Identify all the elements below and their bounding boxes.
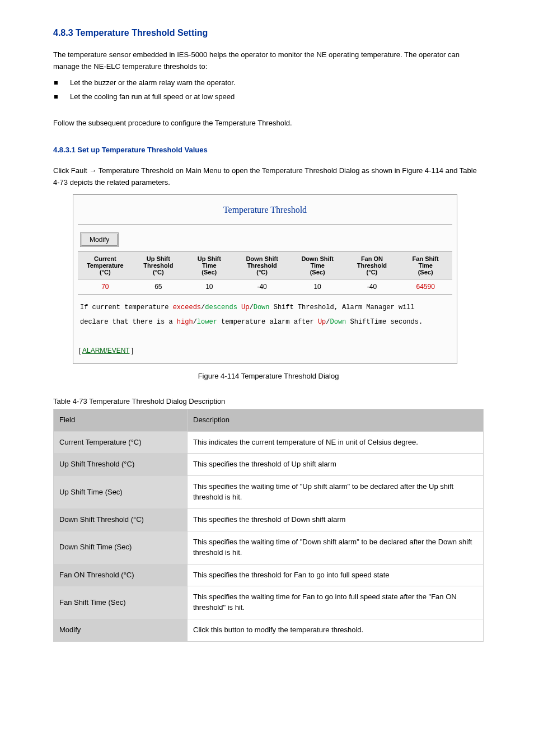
- alarm-event-link[interactable]: ALARM/EVENT: [82, 347, 129, 354]
- desc-value: This specifies the waiting time for Fan …: [188, 586, 484, 619]
- subsection-heading: 4.8.3.1 Set up Temperature Threshold Val…: [53, 146, 484, 154]
- table-row: Fan ON Threshold (°C) This specifies the…: [54, 564, 484, 586]
- value-up-shift-threshold: 65: [133, 279, 184, 294]
- desc-field: Down Shift Time (Sec): [54, 531, 188, 564]
- description-table: Field Description Current Temperature (°…: [53, 409, 484, 642]
- rule: [78, 224, 452, 225]
- modify-button-wrap: Modify: [80, 232, 119, 247]
- desc-field: Fan Shift Time (Sec): [54, 586, 188, 619]
- desc-value: This specifies the waiting time of "Down…: [188, 531, 484, 564]
- desc-table-head: Field Description: [54, 409, 484, 431]
- table-row: Fan Shift Time (Sec) This specifies the …: [54, 586, 484, 619]
- table-row: Modify Click this button to modify the t…: [54, 619, 484, 642]
- col-down-shift-threshold: Down Shift Threshold (°C): [235, 251, 290, 279]
- value-down-shift-threshold: -40: [235, 279, 290, 294]
- desc-field: Current Temperature (°C): [54, 431, 188, 454]
- figure-caption: Figure 4-114 Temperature Threshold Dialo…: [53, 372, 484, 380]
- desc-value: This specifies the threshold of Down shi…: [188, 508, 484, 531]
- table-header-row: Current Temperature (°C) Up Shift Thresh…: [78, 251, 452, 279]
- threshold-note: If current temperature exceeds/descends …: [78, 295, 452, 344]
- desc-field: Up Shift Time (Sec): [54, 476, 188, 509]
- col-down-shift-time: Down Shift Time (Sec): [290, 251, 345, 279]
- table-row: Down Shift Time (Sec) This specifies the…: [54, 531, 484, 564]
- bullet-list: Let the buzzer or the alarm relay warn t…: [53, 78, 484, 101]
- figure-title: Temperature Threshold: [78, 199, 452, 224]
- figure: Temperature Threshold Modify: [73, 194, 457, 364]
- value-fan-shift-time: 64590: [399, 279, 452, 294]
- desc-value: This specifies the threshold of Up shift…: [188, 454, 484, 476]
- table-row: Current Temperature (°C) This indicates …: [54, 431, 484, 454]
- desc-head-desc: Description: [188, 409, 484, 431]
- desc-field: Fan ON Threshold (°C): [54, 564, 188, 586]
- col-up-shift-threshold: Up Shift Threshold (°C): [133, 251, 184, 279]
- col-fan-shift-time: Fan Shift Time (Sec): [399, 251, 452, 279]
- desc-head-field: Field: [54, 409, 188, 431]
- desc-field: Modify: [54, 619, 188, 642]
- table-row: Up Shift Threshold (°C) This specifies t…: [54, 454, 484, 476]
- intro-paragraph-2: Follow the subsequent procedure to confi…: [53, 118, 484, 129]
- desc-value: This specifies the threshold for Fan to …: [188, 564, 484, 586]
- intro-paragraph: The temperature sensor embedded in IES-5…: [53, 49, 484, 73]
- col-current-temp: Current Temperature (°C): [78, 251, 133, 279]
- table-caption: Table 4-73 Temperature Threshold Dialog …: [53, 397, 484, 405]
- desc-field: Up Shift Threshold (°C): [54, 454, 188, 476]
- modify-button[interactable]: Modify: [81, 234, 118, 246]
- intro-paragraph-3: Click Fault → Temperature Threshold on M…: [53, 165, 484, 189]
- col-up-shift-time: Up Shift Time (Sec): [184, 251, 235, 279]
- value-down-shift-time: 10: [290, 279, 345, 294]
- value-up-shift-time: 10: [184, 279, 235, 294]
- desc-value: This indicates the current temperature o…: [188, 431, 484, 454]
- alarm-event-link-row: [ ALARM/EVENT ]: [78, 344, 452, 359]
- desc-value: Click this button to modify the temperat…: [188, 619, 484, 642]
- threshold-table: Current Temperature (°C) Up Shift Thresh…: [78, 251, 452, 295]
- value-current-temp: 70: [78, 279, 133, 294]
- table-row: Down Shift Threshold (°C) This specifies…: [54, 508, 484, 531]
- bullet-item: Let the cooling fan run at full speed or…: [53, 92, 484, 101]
- col-fan-on-threshold: Fan ON Threshold (°C): [345, 251, 399, 279]
- desc-field: Down Shift Threshold (°C): [54, 508, 188, 531]
- bullet-item: Let the buzzer or the alarm relay warn t…: [53, 78, 484, 87]
- desc-value: This specifies the waiting time of "Up s…: [188, 476, 484, 509]
- value-fan-on-threshold: -40: [345, 279, 399, 294]
- table-row: Up Shift Time (Sec) This specifies the w…: [54, 476, 484, 509]
- table-row[interactable]: 70 65 10 -40 10 -40 64590: [78, 279, 452, 294]
- section-heading: 4.8.3 Temperature Threshold Setting: [53, 28, 484, 38]
